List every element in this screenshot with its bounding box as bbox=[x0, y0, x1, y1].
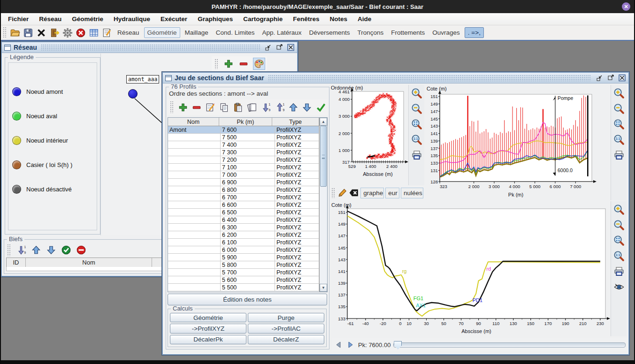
tab-eur[interactable]: eur bbox=[385, 188, 399, 198]
close-icon[interactable] bbox=[618, 74, 626, 82]
table-row[interactable]: 5 900ProfilXYZ bbox=[168, 254, 319, 261]
add-node-icon[interactable] bbox=[223, 58, 234, 69]
previous-section-button[interactable] bbox=[334, 340, 343, 349]
profilac-button[interactable]: ->ProfilAC bbox=[248, 324, 324, 333]
menu-r-seau[interactable]: Réseau bbox=[34, 15, 67, 23]
sort-desc-icon[interactable]: 19 bbox=[260, 102, 271, 113]
menu-ex-cuter[interactable]: Exécuter bbox=[155, 15, 192, 23]
table-row[interactable]: 6 100ProfilXYZ bbox=[168, 239, 319, 246]
sections-window-titlebar[interactable]: Jeu de sections du Bief Saar bbox=[163, 73, 628, 83]
move-down-icon[interactable] bbox=[46, 244, 57, 256]
menu-graphiques[interactable]: Graphiques bbox=[192, 15, 238, 23]
reseau-window-titlebar[interactable]: Réseau bbox=[2, 42, 297, 53]
table-row[interactable]: 6 300ProfilXYZ bbox=[168, 224, 319, 231]
r-seau-button[interactable]: Réseau bbox=[115, 28, 142, 38]
cross-section-chart[interactable]: Cote (m)133135137139141143145147149151-6… bbox=[330, 201, 610, 336]
add-icon[interactable] bbox=[177, 102, 188, 113]
tab-graphe[interactable]: graphe bbox=[360, 188, 384, 198]
maximize-icon[interactable] bbox=[606, 74, 615, 82]
table-row[interactable]: 6 700ProfilXYZ bbox=[168, 194, 319, 201]
minimize-icon[interactable] bbox=[595, 74, 604, 82]
table-row[interactable]: 6 200ProfilXYZ bbox=[168, 231, 319, 239]
zoom-in-icon[interactable] bbox=[613, 204, 625, 216]
save-icon[interactable] bbox=[23, 27, 34, 38]
menu-notes[interactable]: Notes bbox=[324, 15, 352, 23]
scroll-down-icon[interactable]: ▼ bbox=[320, 284, 327, 292]
menu-aide[interactable]: Aide bbox=[352, 15, 376, 23]
move-up-icon[interactable] bbox=[288, 102, 298, 113]
item-button[interactable]: . =>, bbox=[465, 27, 484, 38]
table-row[interactable]: 6 900ProfilXYZ bbox=[168, 179, 319, 186]
notes-icon[interactable] bbox=[101, 27, 113, 38]
d-calerz-button[interactable]: DécalerZ bbox=[248, 335, 324, 344]
d-calerpk-button[interactable]: DécalerPk bbox=[170, 335, 246, 344]
longitudinal-chart[interactable]: Cote (m)12813113313513713914114314514714… bbox=[426, 85, 611, 200]
biefs-col-nom[interactable]: Nom bbox=[26, 258, 152, 267]
maillage-button[interactable]: Maillage bbox=[182, 28, 211, 38]
print-icon[interactable] bbox=[613, 265, 625, 278]
purge-button[interactable]: Purge bbox=[248, 313, 324, 322]
pencil-icon[interactable] bbox=[337, 187, 347, 198]
table-row[interactable]: 7 400ProfilXYZ bbox=[168, 141, 319, 149]
table-row[interactable]: 7 100ProfilXYZ bbox=[168, 164, 319, 171]
maximize-icon[interactable] bbox=[275, 44, 283, 52]
toolbar-grip[interactable] bbox=[3, 27, 7, 38]
close-x-icon[interactable] bbox=[36, 27, 47, 38]
table-row[interactable]: 6 000ProfilXYZ bbox=[168, 246, 319, 254]
gear-icon[interactable] bbox=[62, 27, 73, 38]
disable-icon[interactable] bbox=[76, 244, 87, 256]
zoom-fit-icon[interactable] bbox=[613, 118, 625, 130]
zoom-out-icon[interactable] bbox=[411, 103, 423, 115]
zoom-out-icon[interactable] bbox=[613, 103, 625, 115]
col-type[interactable]: Type bbox=[272, 118, 319, 126]
table-row[interactable]: 5 500ProfilXYZ bbox=[168, 284, 319, 291]
menu-fen-tres[interactable]: Fenêtres bbox=[288, 15, 324, 23]
apply-check-icon[interactable] bbox=[316, 102, 326, 113]
clear-icon[interactable] bbox=[349, 187, 359, 198]
menu-fichier[interactable]: Fichier bbox=[3, 15, 34, 23]
print-icon[interactable] bbox=[613, 149, 625, 161]
palette-icon[interactable] bbox=[253, 58, 265, 70]
close-icon[interactable] bbox=[286, 44, 295, 52]
edition-notes-button[interactable]: Édition des notes bbox=[168, 294, 327, 305]
table-row[interactable]: 7 500ProfilXYZ bbox=[168, 134, 319, 141]
table-row[interactable]: 5 800ProfilXYZ bbox=[168, 261, 319, 269]
remove-icon[interactable] bbox=[191, 102, 202, 113]
open-folder-icon[interactable] bbox=[9, 27, 21, 38]
table-row[interactable]: 6 800ProfilXYZ bbox=[168, 186, 319, 194]
table-row[interactable]: 7 300ProfilXYZ bbox=[168, 149, 319, 156]
col-pk-m[interactable]: Pk (m) bbox=[219, 118, 272, 126]
table-row[interactable]: 6 600ProfilXYZ bbox=[168, 201, 319, 209]
tron-ons-button[interactable]: Tronçons bbox=[355, 28, 387, 38]
table-row[interactable]: 7 200ProfilXYZ bbox=[168, 156, 319, 164]
table-row[interactable]: Amont7 600ProfilXYZ bbox=[168, 126, 319, 134]
profilxyz-button[interactable]: ->ProfilXYZ bbox=[170, 324, 246, 333]
zoom-1-1-icon[interactable]: 1:1 bbox=[411, 134, 423, 146]
menu-g-om-trie[interactable]: Géométrie bbox=[67, 15, 108, 23]
copy-icon[interactable] bbox=[219, 102, 230, 113]
grid-icon[interactable] bbox=[88, 27, 99, 38]
zoom-in-icon[interactable] bbox=[613, 87, 625, 99]
table-row[interactable]: 5 600ProfilXYZ bbox=[168, 276, 319, 284]
remove-node-icon[interactable] bbox=[238, 58, 249, 69]
minimize-icon[interactable] bbox=[264, 44, 272, 52]
move-down-icon[interactable] bbox=[302, 102, 312, 113]
node-label[interactable]: amont_aaa bbox=[126, 75, 159, 83]
move-up-icon[interactable] bbox=[31, 244, 42, 256]
plan-chart[interactable]: Ordonnée (m)3171 0002 0003 0004 0004 461… bbox=[330, 85, 409, 185]
table-row[interactable]: 6 400ProfilXYZ bbox=[168, 216, 319, 224]
node-amont[interactable] bbox=[128, 89, 138, 99]
zoom-in-icon[interactable] bbox=[411, 87, 423, 99]
tab-nul-es[interactable]: nulées bbox=[401, 188, 423, 198]
print-icon[interactable] bbox=[411, 149, 423, 161]
sort-asc-icon[interactable]: 19 bbox=[274, 102, 284, 113]
zoom-out-icon[interactable] bbox=[613, 219, 625, 231]
os-close-button[interactable]: ✕ bbox=[622, 2, 630, 11]
pk-slider-track[interactable] bbox=[393, 342, 626, 348]
menu-cartographie[interactable]: Cartographie bbox=[238, 15, 288, 23]
g-om-trie-button[interactable]: Géométrie bbox=[144, 27, 180, 38]
sort-icon[interactable]: 19 bbox=[15, 244, 27, 256]
d-versements-button[interactable]: Déversements bbox=[306, 28, 352, 38]
zoom-1-1-icon[interactable]: 1:1 bbox=[613, 134, 625, 146]
zoom-fit-icon[interactable] bbox=[411, 118, 423, 130]
